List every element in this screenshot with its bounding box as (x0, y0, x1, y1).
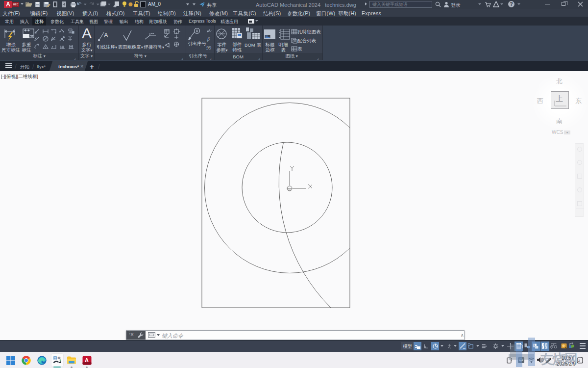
svg-text:A: A (104, 31, 108, 39)
svg-text:A: A (58, 357, 60, 359)
svg-text:Z: Z (578, 359, 580, 362)
svg-text:A: A (85, 357, 89, 363)
